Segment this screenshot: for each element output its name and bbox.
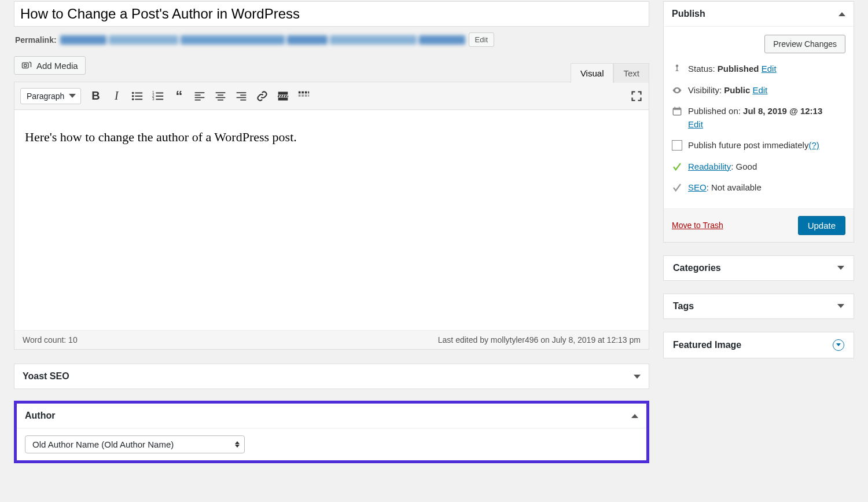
author-box-title: Author	[25, 411, 55, 421]
svg-rect-17	[195, 99, 201, 100]
published-on-label: Published on:	[688, 106, 743, 116]
permalink-edit-button[interactable]: Edit	[469, 32, 494, 47]
post-content[interactable]: Here's how to change the author of a Wor…	[14, 110, 649, 330]
svg-rect-5	[135, 96, 143, 97]
visibility-label: Visibility:	[688, 85, 724, 95]
svg-rect-26	[278, 91, 288, 94]
svg-rect-13	[156, 98, 164, 100]
future-help-link[interactable]: (?)	[808, 140, 819, 150]
quote-icon[interactable]: “	[172, 90, 185, 102]
svg-rect-35	[305, 94, 307, 97]
svg-point-6	[132, 98, 134, 100]
status-label: Status:	[688, 64, 718, 74]
yoast-seo-icon	[672, 182, 682, 193]
word-count: Word count: 10	[23, 335, 78, 345]
svg-rect-20	[216, 97, 226, 98]
svg-rect-30	[302, 91, 304, 93]
svg-rect-38	[673, 108, 681, 110]
link-icon[interactable]	[256, 90, 269, 102]
bulleted-list-icon[interactable]	[131, 90, 144, 102]
author-metabox: Author Old Author Name (Old Author Name)	[14, 401, 649, 463]
svg-point-4	[132, 95, 134, 97]
add-media-button[interactable]: Add Media	[14, 56, 86, 75]
chevron-down-icon	[837, 304, 844, 308]
chevron-down-icon	[833, 339, 844, 351]
svg-rect-31	[305, 91, 307, 93]
svg-rect-23	[241, 94, 247, 96]
editor-box: Paragraph B I 123 “ Here's how to change…	[14, 82, 649, 350]
svg-rect-24	[237, 97, 247, 98]
numbered-list-icon[interactable]: 123	[152, 90, 164, 102]
published-on-edit-link[interactable]: Edit	[688, 119, 703, 129]
svg-rect-29	[299, 91, 301, 93]
yoast-seo-metabox: Yoast SEO	[14, 364, 649, 389]
svg-rect-34	[302, 94, 304, 97]
svg-rect-36	[308, 94, 310, 97]
status-edit-link[interactable]: Edit	[762, 64, 777, 74]
categories-panel[interactable]: Categories	[663, 255, 854, 281]
align-left-icon[interactable]	[193, 90, 206, 102]
readability-link[interactable]: Readability	[688, 162, 731, 171]
visibility-value: Public	[724, 85, 750, 95]
update-button[interactable]: Update	[798, 216, 845, 235]
svg-rect-33	[299, 94, 301, 97]
svg-rect-39	[675, 107, 676, 109]
svg-rect-21	[218, 99, 223, 100]
author-select[interactable]: Old Author Name (Old Author Name)	[25, 435, 245, 453]
align-center-icon[interactable]	[214, 90, 227, 102]
format-select[interactable]: Paragraph	[20, 88, 81, 104]
tab-visual[interactable]: Visual	[571, 63, 614, 83]
svg-rect-22	[237, 92, 247, 93]
svg-rect-25	[241, 99, 247, 100]
preview-changes-button[interactable]: Preview Changes	[764, 35, 845, 53]
svg-rect-9	[156, 92, 164, 93]
yoast-readability-icon	[672, 162, 682, 172]
future-post-checkbox[interactable]	[672, 140, 682, 151]
italic-icon[interactable]: I	[110, 90, 123, 102]
svg-rect-18	[216, 92, 226, 93]
svg-rect-40	[679, 107, 680, 109]
svg-rect-32	[308, 91, 310, 93]
move-to-trash-link[interactable]: Move to Trash	[672, 221, 723, 230]
future-post-label: Publish future post immediately	[688, 140, 808, 150]
permalink-label: Permalink:	[15, 35, 57, 45]
svg-rect-27	[278, 96, 288, 97]
align-right-icon[interactable]	[235, 90, 248, 102]
chevron-down-icon[interactable]	[634, 375, 641, 379]
yoast-seo-title: Yoast SEO	[23, 371, 69, 382]
seo-value: : Not available	[707, 182, 762, 192]
svg-rect-14	[195, 92, 205, 93]
readability-value: : Good	[731, 162, 757, 171]
svg-rect-7	[135, 98, 143, 100]
seo-link[interactable]: SEO	[688, 182, 707, 192]
fullscreen-icon[interactable]	[630, 90, 643, 102]
chevron-up-icon[interactable]	[838, 12, 845, 16]
svg-rect-11	[156, 96, 164, 97]
svg-point-1	[24, 64, 27, 67]
read-more-icon[interactable]	[277, 90, 289, 102]
status-value: Published	[718, 64, 759, 74]
svg-rect-28	[278, 97, 288, 100]
featured-image-panel[interactable]: Featured Image	[663, 332, 854, 358]
calendar-icon	[672, 106, 682, 116]
publish-title: Publish	[672, 9, 705, 19]
select-arrows-icon	[235, 441, 240, 448]
tab-text[interactable]: Text	[613, 63, 649, 83]
svg-rect-0	[23, 63, 29, 68]
svg-rect-19	[218, 94, 223, 96]
bold-icon[interactable]: B	[89, 90, 102, 102]
tags-panel[interactable]: Tags	[663, 294, 854, 319]
last-edited: Last edited by mollytyler496 on July 8, …	[438, 335, 641, 345]
published-on-value: Jul 8, 2019 @ 12:13	[743, 106, 822, 116]
chevron-up-icon[interactable]	[631, 414, 638, 418]
svg-rect-3	[135, 92, 143, 93]
toolbar-toggle-icon[interactable]	[297, 90, 310, 102]
post-title-input[interactable]	[14, 1, 649, 27]
visibility-edit-link[interactable]: Edit	[752, 85, 767, 95]
permalink-url[interactable]	[60, 34, 465, 46]
eye-icon	[672, 85, 682, 96]
camera-music-icon	[21, 60, 32, 71]
svg-text:3: 3	[152, 97, 155, 101]
publish-panel: Publish Preview Changes Status: Publishe…	[663, 1, 854, 243]
svg-point-2	[132, 91, 134, 94]
